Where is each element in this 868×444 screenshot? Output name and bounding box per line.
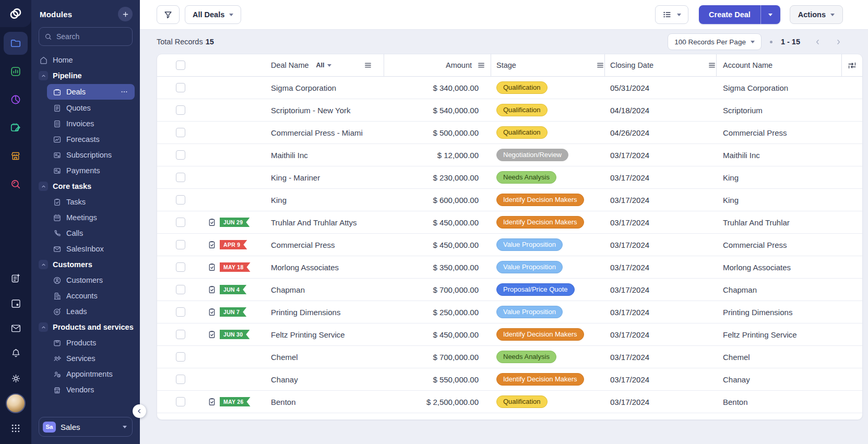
sidebar-search-input[interactable]: Search (39, 27, 133, 46)
add-module-button[interactable] (118, 7, 133, 21)
deal-name[interactable]: Commercial Press - Miami (267, 122, 384, 143)
account-name[interactable]: Chanay (717, 368, 842, 390)
column-menu-icon[interactable] (364, 61, 372, 69)
account-name[interactable]: Printing Dimensions (717, 301, 842, 323)
table-row[interactable]: MAY 26Benton$ 2,500,000.00Qualification0… (157, 391, 862, 413)
deal-name[interactable]: King - Mariner (267, 166, 384, 188)
filter-button[interactable] (157, 5, 180, 24)
deal-name[interactable]: Feltz Printing Service (267, 323, 384, 345)
deal-name[interactable]: Sigma Corporation (267, 77, 384, 99)
sidebar-item-salesinbox[interactable]: SalesInbox (37, 241, 136, 257)
sidebar-item-appointments[interactable]: Appointments (37, 366, 136, 382)
sidebar-item-calls[interactable]: Calls (37, 225, 136, 241)
column-menu-icon[interactable] (477, 61, 485, 69)
table-row[interactable]: JUN 30Feltz Printing Service$ 450,000.00… (157, 323, 862, 346)
sidebar-item-leads[interactable]: Leads (37, 304, 136, 319)
task-icon[interactable] (207, 330, 217, 339)
deal-name[interactable]: Truhlar And Truhlar Attys (267, 211, 384, 233)
account-name[interactable]: Scriptorium (717, 99, 842, 121)
account-name[interactable]: Truhlar And Truhlar (717, 211, 842, 233)
account-name[interactable]: Benton (717, 391, 842, 413)
task-icon[interactable] (207, 307, 217, 317)
table-row[interactable]: JUN 4Chapman$ 700,000.00Proposal/Price Q… (157, 279, 862, 301)
rail-item-activities[interactable] (4, 116, 28, 139)
table-row[interactable]: Maithili Inc$ 12,000.00Negotiation/Revie… (157, 144, 862, 166)
sidebar-collapse-button[interactable] (133, 404, 146, 418)
manage-columns-button[interactable] (842, 54, 862, 76)
table-row[interactable]: Chanay$ 550,000.00Identify Decision Make… (157, 368, 862, 391)
table-row[interactable]: Sigma Corporation$ 340,000.00Qualificati… (157, 77, 862, 99)
rail-item-notifications[interactable] (4, 342, 28, 364)
deal-name[interactable]: Chapman (267, 279, 384, 301)
actions-button[interactable]: Actions (790, 5, 843, 24)
account-name[interactable]: King (717, 189, 842, 211)
rail-item-dashboards[interactable] (4, 60, 28, 83)
task-icon[interactable] (207, 262, 217, 272)
sidebar-group-products-and-services[interactable]: Products and services (37, 319, 136, 335)
sidebar-group-pipeline[interactable]: Pipeline (37, 68, 136, 83)
account-name[interactable]: Commercial Press (717, 122, 842, 143)
row-checkbox[interactable] (176, 262, 185, 272)
table-row[interactable]: Scriptorium - New York$ 540,000.00Qualif… (157, 99, 862, 122)
rail-item-user-avatar[interactable] (4, 392, 28, 414)
rail-item-marketplace[interactable] (4, 145, 28, 167)
sidebar-item-vendors[interactable]: Vendors (37, 382, 136, 398)
task-icon[interactable] (207, 240, 217, 249)
row-checkbox[interactable] (176, 218, 185, 227)
row-checkbox[interactable] (176, 173, 185, 182)
sidebar-item-deals[interactable]: Deals (47, 84, 135, 100)
sidebar-item-payments[interactable]: Payments (37, 163, 136, 178)
rail-item-app-switcher[interactable] (4, 417, 28, 439)
create-deal-dropdown[interactable] (761, 5, 780, 24)
row-checkbox[interactable] (176, 285, 185, 294)
row-checkbox[interactable] (176, 150, 185, 160)
table-row[interactable]: Commercial Press - Miami$ 500,000.00Qual… (157, 122, 862, 144)
previous-page-button[interactable] (811, 35, 824, 49)
list-view-button[interactable] (655, 5, 688, 24)
table-row[interactable]: Chemel$ 700,000.00Needs Analysis03/17/20… (157, 346, 862, 368)
column-menu-icon[interactable] (596, 61, 604, 69)
task-icon[interactable] (207, 397, 217, 406)
workspace-selector[interactable]: Sa Sales (39, 417, 133, 437)
account-name[interactable]: Morlong Associates (717, 256, 842, 278)
deal-name[interactable]: Morlong Associates (267, 256, 384, 278)
row-checkbox[interactable] (176, 83, 185, 92)
next-page-button[interactable] (831, 35, 845, 49)
sidebar-item-invoices[interactable]: Invoices (37, 116, 136, 131)
row-checkbox[interactable] (176, 375, 185, 384)
row-checkbox[interactable] (176, 307, 185, 317)
deal-name-filter-dropdown[interactable]: All (316, 62, 331, 69)
sidebar-item-customers[interactable]: Customers (37, 272, 136, 288)
account-name[interactable]: Chemel (717, 346, 842, 368)
account-name[interactable]: Commercial Press (717, 234, 842, 256)
rail-item-settings[interactable] (4, 367, 28, 389)
table-row[interactable]: APR 9Commercial Press$ 450,000.00Value P… (157, 234, 862, 256)
table-row[interactable]: King - Mariner$ 230,000.00Needs Analysis… (157, 166, 862, 189)
row-checkbox[interactable] (176, 128, 185, 137)
deal-name[interactable]: Scriptorium - New York (267, 99, 384, 121)
sidebar-group-customers[interactable]: Customers (37, 257, 136, 272)
account-name[interactable]: Chapman (717, 279, 842, 301)
sidebar-item-meetings[interactable]: Meetings (37, 210, 136, 225)
table-row[interactable]: JUN 29Truhlar And Truhlar Attys$ 450,000… (157, 211, 862, 234)
table-row[interactable]: MAY 18Morlong Associates$ 350,000.00Valu… (157, 256, 862, 279)
sidebar-group-core-tasks[interactable]: Core tasks (37, 178, 136, 194)
sidebar-item-services[interactable]: Services (37, 351, 136, 366)
rail-item-quick-create[interactable] (4, 267, 28, 289)
row-checkbox[interactable] (176, 105, 185, 115)
deal-name[interactable]: Printing Dimensions (267, 301, 384, 323)
row-checkbox[interactable] (176, 240, 185, 249)
deal-name[interactable]: Benton (267, 391, 384, 413)
row-checkbox[interactable] (176, 352, 185, 362)
deal-name[interactable]: Chemel (267, 346, 384, 368)
records-per-page-dropdown[interactable]: 100 Records Per Page (668, 33, 762, 50)
account-name[interactable]: King (717, 166, 842, 188)
rail-item-reports[interactable] (4, 88, 28, 111)
sidebar-item-subscriptions[interactable]: Subscriptions (37, 147, 136, 163)
more-options-icon[interactable] (120, 88, 129, 96)
sidebar-item-products[interactable]: Products (37, 335, 136, 351)
sidebar-item-home[interactable]: Home (37, 52, 136, 68)
sidebar-item-accounts[interactable]: Accounts (37, 288, 136, 304)
rail-item-calendar[interactable] (4, 292, 28, 314)
deal-name[interactable]: Commercial Press (267, 234, 384, 256)
